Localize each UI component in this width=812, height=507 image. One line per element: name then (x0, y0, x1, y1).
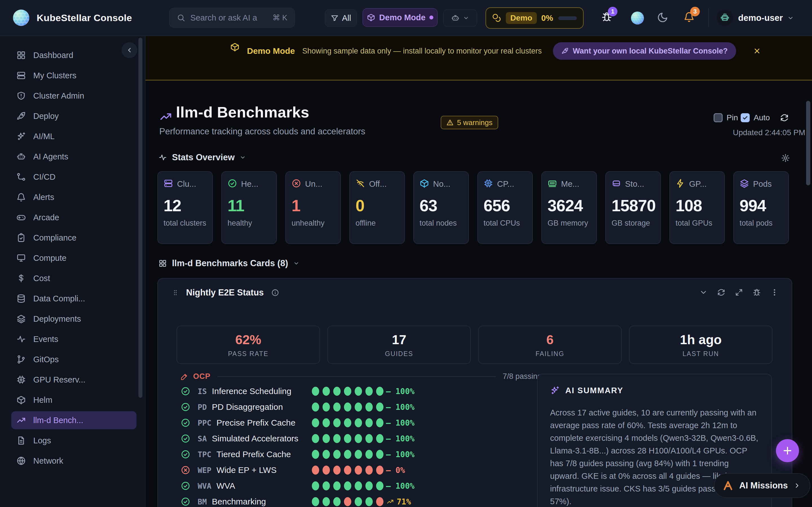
coins-icon (492, 13, 501, 22)
theme-toggle-button[interactable] (657, 12, 668, 23)
debug-button[interactable]: 1 (601, 11, 612, 22)
pin-checkbox[interactable]: Pin (714, 113, 738, 122)
drag-handle-icon[interactable] (172, 288, 179, 297)
info-icon[interactable] (271, 289, 279, 297)
stat-card-total-nodes[interactable]: No...63total nodes (413, 171, 469, 244)
sidebar-item-alerts[interactable]: Alerts (11, 188, 137, 206)
stat-card-gb-storage[interactable]: Sto...15870GB storage (605, 171, 661, 244)
guide-row-is[interactable]: ISInference Scheduling– 100% (180, 383, 544, 399)
sidebar-item-llm-d-bench[interactable]: llm-d Bench... (11, 411, 137, 429)
guide-name: Benchmarking (212, 497, 266, 506)
stat-card-label: CP... (497, 179, 514, 189)
guide-row-bm[interactable]: BMBenchmarking71% (180, 494, 544, 507)
check-circle-icon (227, 179, 237, 188)
sidebar-item-data-compli[interactable]: Data Compli... (11, 290, 137, 307)
refresh-card-icon[interactable] (717, 288, 725, 297)
sidebar-item-logs[interactable]: Logs (11, 432, 137, 450)
user-chevron-down-icon[interactable] (787, 15, 794, 21)
sidebar-item-gitops[interactable]: GitOps (11, 350, 137, 369)
sidebar-item-deployments[interactable]: Deployments (11, 310, 137, 328)
avatar[interactable] (717, 10, 733, 26)
search-input[interactable]: Search or ask AI a ⌘ K (169, 8, 295, 27)
guide-pass-rate: – 100% (386, 450, 414, 459)
filter-all-button[interactable]: All (325, 9, 357, 27)
token-usage-meter[interactable]: Demo 0% (486, 7, 583, 29)
stat-card-total-pods[interactable]: Pods994total pods (733, 171, 789, 244)
sidebar-item-events[interactable]: Events (11, 330, 137, 348)
e2e-card-title: Nightly E2E Status (186, 288, 264, 298)
add-fab-button[interactable] (776, 439, 799, 462)
notifications-button[interactable]: 3 (683, 11, 695, 22)
more-options-icon[interactable] (770, 288, 779, 297)
ai-missions-button[interactable]: AI Missions (714, 473, 810, 498)
debug-card-icon[interactable] (753, 288, 761, 297)
guides-list: ISInference Scheduling– 100%PDPD Disaggr… (180, 383, 544, 507)
sidebar-scrollbar[interactable] (139, 38, 142, 398)
kubestellar-mini-logo[interactable] (631, 11, 644, 24)
sidebar-item-label: CI/CD (33, 172, 56, 182)
guide-pass-rate: – 100% (386, 402, 414, 412)
stat-card-total-cpus[interactable]: CP...656total CPUs (477, 171, 533, 244)
guide-row-tpc[interactable]: TPCTiered Prefix Cache– 100% (180, 446, 544, 462)
guide-row-wep[interactable]: WEPWide EP + LWS– 0% (180, 462, 544, 478)
run-dot (312, 418, 319, 427)
chevron-right-icon (794, 482, 801, 489)
stats-overview-header[interactable]: Stats Overview (158, 152, 246, 163)
sidebar-item-deploy[interactable]: Deploy (11, 107, 137, 125)
sidebar-item-network[interactable]: Network (11, 452, 137, 470)
sidebar-item-arcade[interactable]: Arcade (11, 209, 137, 226)
sidebar-item-compute[interactable]: Compute (11, 249, 137, 267)
guide-row-ppc[interactable]: PPCPrecise Prefix Cache– 100% (180, 415, 544, 431)
stat-card-total-gpus[interactable]: GP...108total GPUs (669, 171, 725, 244)
expand-card-icon[interactable] (735, 288, 743, 297)
stat-card-offline[interactable]: Off...0offline (349, 171, 405, 244)
stat-card-unhealthy[interactable]: Un...1unhealthy (285, 171, 341, 244)
e2e-card-header: Nightly E2E Status (172, 288, 279, 298)
refresh-icon[interactable] (780, 113, 789, 122)
stat-card-healthy[interactable]: He...11healthy (221, 171, 277, 244)
auto-checkbox-box[interactable] (741, 113, 750, 122)
banner-cta-button[interactable]: Want your own local KubeStellar Console? (553, 42, 736, 60)
guide-row-sa[interactable]: SASimulated Accelerators– 100% (180, 431, 544, 446)
sidebar-item-ai-ml[interactable]: AI/ML (11, 127, 137, 145)
header-divider (708, 8, 709, 27)
guide-row-pd[interactable]: PDPD Disaggregation– 100% (180, 399, 544, 415)
benchmarks-cards-header[interactable]: llm-d Benchmarks Cards (8) (158, 258, 299, 269)
auto-checkbox[interactable]: Auto (741, 113, 770, 122)
demo-mode-toggle[interactable]: Demo Mode (363, 8, 438, 27)
sidebar-item-label: My Clusters (33, 71, 77, 80)
ai-missions-logo-icon (722, 480, 733, 491)
user-menu[interactable]: demo-user (738, 13, 783, 23)
sidebar-item-ci-cd[interactable]: CI/CD (11, 168, 137, 186)
sidebar-item-helm[interactable]: Helm (11, 391, 137, 409)
chevron-down-icon (240, 154, 246, 161)
guide-row-wva[interactable]: WVAWVA– 100% (180, 478, 544, 494)
x-circle-icon (292, 179, 301, 188)
agent-dropdown[interactable] (443, 9, 477, 27)
sidebar-item-cluster-admin[interactable]: Cluster Admin (11, 87, 137, 105)
sidebar-item-dashboard[interactable]: Dashboard (11, 46, 137, 64)
page-scrollbar[interactable] (806, 101, 810, 185)
rocket-icon (561, 47, 569, 55)
rocket-icon (16, 111, 26, 121)
warnings-badge[interactable]: 5 warnings (441, 116, 498, 129)
top-bar: KubeStellar Console Search or ask AI a ⌘… (0, 0, 812, 36)
stat-card-total-clusters[interactable]: Clu...12total clusters (157, 171, 213, 244)
chevron-down-icon (463, 15, 469, 21)
moon-icon (657, 12, 668, 23)
gear-icon[interactable] (781, 154, 790, 163)
guide-name: Precise Prefix Cache (216, 418, 296, 428)
check-circle-icon (181, 481, 190, 491)
banner-close-button[interactable] (753, 42, 761, 60)
sidebar-item-gpu-reserv[interactable]: GPU Reserv... (11, 371, 137, 389)
sidebar-item-my-clusters[interactable]: My Clusters (11, 66, 137, 84)
sidebar-collapse-button[interactable] (121, 42, 137, 58)
collapse-card-icon[interactable] (699, 288, 708, 297)
sidebar-item-cost[interactable]: Cost (11, 269, 137, 287)
kpi-value: 17 (392, 332, 406, 347)
sidebar-item-compliance[interactable]: Compliance (11, 229, 137, 247)
stat-card-gb-memory[interactable]: Me...3624GB memory (541, 171, 597, 244)
sidebar-item-label: Network (33, 456, 63, 466)
sidebar-item-ai-agents[interactable]: AI Agents (11, 148, 137, 166)
pin-checkbox-box[interactable] (714, 113, 723, 122)
